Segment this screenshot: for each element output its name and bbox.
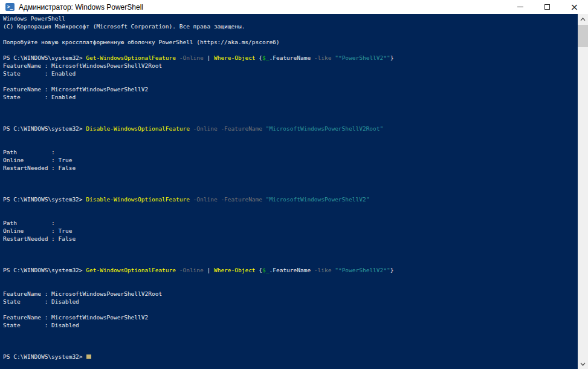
terminal-line: [3, 329, 578, 337]
terminal-text-segment: -Online: [193, 125, 218, 132]
terminal-text-segment: Disable-WindowsOptionalFeature: [86, 125, 190, 132]
terminal-line: [3, 243, 578, 250]
terminal-line: Windows PowerShell: [3, 15, 578, 22]
terminal-text-segment: Path :: [3, 149, 55, 155]
terminal-text-segment: Online : True: [3, 157, 72, 163]
terminal-text-segment: -Online: [193, 196, 218, 203]
terminal-line: (C) Корпорация Майкрософт (Microsoft Cor…: [3, 22, 578, 30]
terminal-text-segment: -FeatureName: [221, 125, 262, 132]
terminal-text-segment: Get-WindowsOptionalFeature: [86, 54, 176, 61]
terminal-text-segment: "MicrosoftWindowsPowerShellV2Root": [266, 125, 383, 132]
terminal-line: [3, 211, 578, 219]
terminal-text-segment: "*PowerShellV2*": [335, 54, 390, 61]
terminal-line: PS C:\WINDOWS\system32> Disable-WindowsO…: [3, 125, 578, 132]
scrollbar-thumb[interactable]: [578, 25, 588, 47]
terminal-text-segment: Попробуйте новую кроссплатформенную обол…: [3, 39, 280, 45]
terminal-text-segment: }: [390, 54, 394, 61]
terminal-line: [3, 274, 578, 282]
terminal-text-segment: State : Disabled: [3, 298, 79, 305]
terminal-text-segment: RestartNeeded : False: [3, 235, 76, 242]
terminal-text-segment: Where-Object: [214, 267, 256, 273]
terminal-line: [3, 305, 578, 313]
terminal-line: FeatureName : MicrosoftWindowsPowerShell…: [3, 62, 578, 70]
terminal-line: FeatureName : MicrosoftWindowsPowerShell…: [3, 85, 578, 93]
terminal-text-segment: PS C:\WINDOWS\system32>: [3, 267, 86, 273]
terminal-line: State : Enabled: [3, 93, 578, 101]
window-controls: ×: [506, 0, 588, 14]
terminal-text-segment: |: [204, 267, 214, 273]
terminal-text-segment: -Online: [179, 267, 204, 273]
terminal-text-segment: Online : True: [3, 227, 72, 234]
terminal-line: Попробуйте новую кроссплатформенную обол…: [3, 38, 578, 46]
terminal-text-segment: PS C:\WINDOWS\system32>: [3, 54, 86, 61]
terminal-line: Online : True: [3, 227, 578, 235]
terminal-line: [3, 180, 578, 188]
terminal-line: State : Disabled: [3, 298, 578, 305]
terminal-text-segment: FeatureName : MicrosoftWindowsPowerShell…: [3, 314, 148, 321]
terminal-line: [3, 188, 578, 195]
terminal-line: [3, 337, 578, 345]
terminal-text-segment: $_: [262, 54, 269, 61]
powershell-icon[interactable]: >_: [5, 3, 15, 11]
maximize-button[interactable]: [534, 0, 561, 14]
terminal-text-segment: -like: [314, 54, 332, 61]
terminal-line: [3, 101, 578, 109]
close-icon: ×: [570, 2, 578, 12]
chevron-up-icon: [580, 18, 586, 21]
terminal-text-segment: RestartNeeded : False: [3, 165, 76, 171]
terminal-text-segment: FeatureName : MicrosoftWindowsPowerShell…: [3, 62, 162, 69]
terminal-line: Path :: [3, 148, 578, 156]
scroll-up-button[interactable]: [578, 14, 588, 24]
terminal-line: Online : True: [3, 156, 578, 164]
terminal-line: [3, 203, 578, 211]
terminal-text-segment: State : Disabled: [3, 322, 79, 328]
terminal-line: [3, 140, 578, 148]
terminal-text-segment: .FeatureName: [270, 267, 314, 273]
terminal-line: State : Enabled: [3, 70, 578, 77]
terminal-text-segment: State : Enabled: [3, 70, 76, 77]
terminal-line: [3, 30, 578, 38]
terminal-line: [3, 345, 578, 353]
minimize-button[interactable]: [506, 0, 534, 14]
terminal-text-segment: FeatureName : MicrosoftWindowsPowerShell…: [3, 86, 148, 93]
terminal-line: RestartNeeded : False: [3, 164, 578, 172]
window-title: Администратор: Windows PowerShell: [19, 3, 143, 11]
terminal-text-segment: "*PowerShellV2*": [335, 267, 390, 273]
terminal-text-segment: {: [256, 267, 262, 273]
terminal-text-segment: $_: [262, 267, 269, 273]
terminal-line: RestartNeeded : False: [3, 235, 578, 243]
title-bar: >_ Администратор: Windows PowerShell ×: [0, 0, 588, 14]
terminal-text-segment: -FeatureName: [221, 196, 262, 203]
scroll-down-button[interactable]: [578, 359, 588, 369]
terminal-line: [3, 117, 578, 125]
terminal-text-segment: Windows PowerShell: [3, 15, 65, 22]
terminal-text-segment: Path :: [3, 220, 55, 226]
terminal-line: [3, 172, 578, 180]
terminal-text-segment: PS C:\WINDOWS\system32>: [3, 353, 86, 360]
scrollbar[interactable]: [578, 14, 588, 369]
terminal-text-segment: Get-WindowsOptionalFeature: [86, 267, 176, 273]
terminal-text-segment: .FeatureName: [270, 54, 314, 61]
terminal-line: [3, 109, 578, 117]
close-button[interactable]: ×: [561, 0, 588, 14]
terminal-line: FeatureName : MicrosoftWindowsPowerShell…: [3, 290, 578, 298]
terminal-line: FeatureName : MicrosoftWindowsPowerShell…: [3, 313, 578, 321]
terminal-text-segment: State : Enabled: [3, 94, 76, 100]
terminal-text-segment: -Online: [179, 54, 204, 61]
terminal-text-segment: PS C:\WINDOWS\system32>: [3, 196, 86, 203]
terminal-text-segment: "MicrosoftWindowsPowerShellV2": [266, 196, 370, 203]
terminal-text-segment: PS C:\WINDOWS\system32>: [3, 125, 86, 132]
terminal-text-segment: {: [256, 54, 262, 61]
terminal-text-segment: -like: [314, 267, 332, 273]
terminal-cursor: [86, 354, 91, 359]
terminal-output[interactable]: Windows PowerShell(C) Корпорация Майкрос…: [0, 14, 578, 369]
terminal-line: PS C:\WINDOWS\system32> Get-WindowsOptio…: [3, 54, 578, 62]
terminal-text-segment: Where-Object: [214, 54, 256, 61]
terminal-text-segment: |: [204, 54, 214, 61]
terminal-line: [3, 258, 578, 266]
terminal-line: Path :: [3, 219, 578, 227]
terminal-line: [3, 282, 578, 290]
terminal-line: PS C:\WINDOWS\system32>: [3, 353, 578, 361]
terminal-window: Windows PowerShell(C) Корпорация Майкрос…: [0, 14, 588, 369]
terminal-line: [3, 132, 578, 140]
